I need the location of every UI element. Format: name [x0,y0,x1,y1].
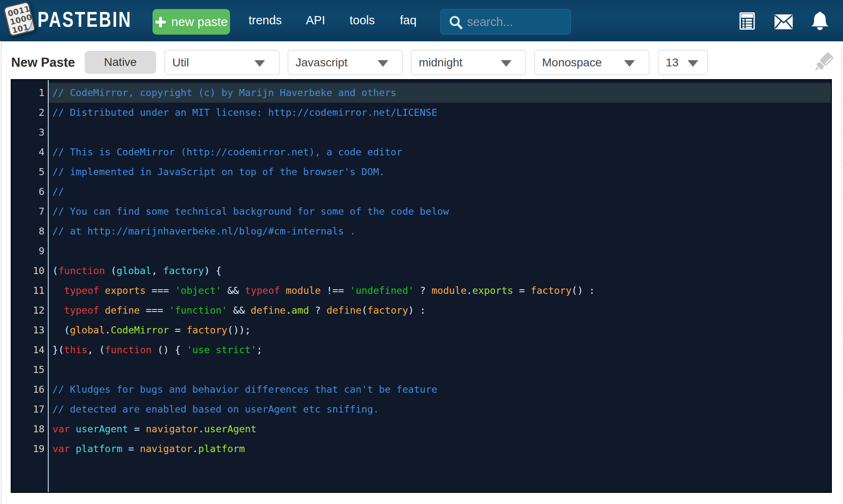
brand-title[interactable]: PASTEBIN [38,7,132,32]
code-token-variable: factory [186,324,227,336]
category-select[interactable]: Util [164,50,279,75]
messages-icon[interactable] [775,14,793,29]
search-box [440,9,571,35]
code-line[interactable]: var userAgent = navigator.userAgent [52,419,831,439]
code-line[interactable]: (function (global, factory) { [52,261,831,281]
code-token-string: 'object' [175,285,221,296]
code-token-comment: // [52,186,64,197]
code-line[interactable]: typeof define === 'function' && define.a… [52,300,831,320]
line-number: 1 [12,83,45,103]
line-number: 13 [12,320,45,340]
code-token-property: exports [472,285,513,296]
code-token-keyword: function [105,344,151,356]
code-line[interactable]: // CodeMirror, copyright (c) by Marijn H… [52,83,831,103]
code-line[interactable] [52,360,831,380]
code-token-plain: . [286,305,291,316]
code-token-keyword: var [52,423,70,435]
code-token-variable: module [286,285,321,296]
code-line[interactable]: // This is CodeMirror (http://codemirror… [52,142,831,162]
line-number: 8 [12,221,45,241]
code-token-plain: ( [105,265,116,277]
code-token-keyword: function [58,265,105,277]
code-token-comment: // CodeMirror, copyright (c) by Marijn H… [52,87,397,98]
nav-faq[interactable]: faq [400,0,416,41]
code-line[interactable]: // detected are enabled based on userAge… [52,399,831,419]
code-token-plain [52,285,64,296]
code-line[interactable]: var platform = navigator.platform [52,439,831,459]
code-token-plain: === [146,285,175,296]
line-number: 10 [12,261,45,281]
nav-tools[interactable]: tools [350,0,375,41]
line-number: 19 [12,439,45,459]
code-token-property: CodeMirror [111,324,169,336]
header-bar: 0011 1000 101 PASTEBIN new paste trends … [0,0,843,41]
font-size-select[interactable]: 13 [658,50,708,75]
pastebin-logo-icon[interactable]: 0011 1000 101 [3,1,36,37]
code-line[interactable]: // [52,182,831,202]
code-token-plain: ( [362,305,367,316]
code-line[interactable]: // Kludges for bugs and behavior differe… [52,380,831,399]
line-number: 9 [12,241,45,261]
code-token-plain: && [227,305,251,316]
syntax-select-value: Javascript [296,56,348,69]
code-line[interactable]: }(this, (function () { 'use strict'; [52,340,831,360]
page-title: New Paste [11,55,75,70]
highlighter-icon [812,51,834,74]
code-token-comment: // Distributed under an MIT license: htt… [52,107,437,118]
line-number: 15 [12,360,45,380]
plus-icon [155,16,166,28]
code-line[interactable] [52,241,831,261]
code-token-variable: navigator [140,443,192,455]
line-number: 7 [12,202,45,221]
code-line[interactable]: (global.CodeMirror = factory()); [52,320,831,340]
line-number: 17 [12,399,45,419]
code-token-plain [280,285,286,296]
code-token-string: 'function' [169,305,227,316]
code-token-plain [99,285,105,296]
theme-select[interactable]: midnight [411,50,526,75]
code-line[interactable]: typeof exports === 'object' && typeof mo… [52,281,831,300]
line-number: 4 [12,142,45,162]
code-line[interactable]: // Distributed under an MIT license: htt… [52,103,831,122]
code-token-plain: . [467,285,472,296]
code-token-plain: }( [52,344,64,356]
resize-dots-handle[interactable] [841,49,842,420]
code-token-def: global [117,265,152,277]
code-token-variable: factory [531,285,571,296]
notifications-icon[interactable] [810,12,829,31]
editor-code-lines[interactable]: // CodeMirror, copyright (c) by Marijn H… [49,80,831,492]
code-editor[interactable]: 12345678910111213141516171819 // CodeMir… [11,79,832,493]
native-button[interactable]: Native [85,51,156,73]
paste-list-icon[interactable] [740,12,755,30]
code-token-plain: === [140,305,169,316]
code-token-plain: ) : [408,305,425,316]
code-line[interactable]: // You can find some technical backgroun… [52,202,831,221]
line-number: 11 [12,281,45,300]
page-curl-icon [22,20,35,33]
code-token-keyword: typeof [64,305,99,316]
line-number: 16 [12,380,45,399]
code-token-plain: = [513,285,531,296]
line-number: 6 [12,182,45,202]
search-input[interactable] [467,9,566,34]
code-token-plain [99,305,105,316]
code-token-variable: global [70,324,105,336]
syntax-select[interactable]: Javascript [288,50,403,75]
code-line[interactable]: // implemented in JavaScript on top of t… [52,162,831,182]
code-token-plain: ) { [204,265,221,277]
nav-api[interactable]: API [306,0,325,41]
new-paste-label: new paste [171,15,228,29]
font-select[interactable]: Monospace [534,50,649,75]
nav-trends[interactable]: trends [249,0,282,41]
code-line[interactable]: // at http://marijnhaverbeke.nl/blog/#cm… [52,221,831,241]
highlighter-button[interactable] [812,51,834,74]
code-line[interactable] [52,122,831,142]
font-size-select-value: 13 [666,56,679,69]
code-token-plain [70,423,75,435]
code-token-plain: . [198,423,204,435]
code-token-plain [52,305,64,316]
new-paste-button[interactable]: new paste [153,9,230,35]
code-token-variable: module [432,285,467,296]
code-token-plain: () { [152,344,187,356]
line-number: 5 [12,162,45,182]
